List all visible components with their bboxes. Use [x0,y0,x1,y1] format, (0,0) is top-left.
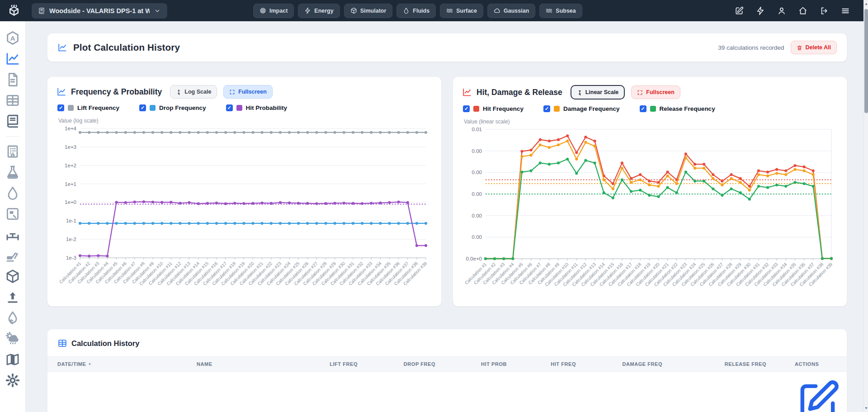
sidebar-item-map[interactable] [5,352,20,367]
home-icon[interactable] [798,6,807,15]
app-logo-icon[interactable] [7,4,22,18]
legend-item-release-frequency[interactable]: ✓Release Frequency [640,105,715,112]
sidebar-item-gear[interactable] [5,373,20,388]
checkbox-checked-icon[interactable]: ✓ [640,105,646,112]
linear-scale-button[interactable]: Linear Scale [571,85,625,99]
logout-icon[interactable] [820,6,829,15]
cell-hit-freq: 1.57E-05 [507,372,576,412]
scrollbar-thumb[interactable] [864,9,868,113]
nav-button-fluids[interactable]: Fluids [396,4,436,18]
droplet-icon [403,7,410,14]
sidebar-item-table[interactable] [5,93,20,108]
topbar-actions [735,6,856,15]
nav-button-subsea[interactable]: Subsea [539,4,582,18]
user-icon[interactable] [777,6,786,15]
charts-row: Frequency & Probability Log Scale Fullsc… [47,76,847,307]
sidebar-item-valve[interactable] [5,227,20,242]
updown-arrows-icon [176,89,182,95]
cell-actions [766,372,847,412]
page-title: Plot Calculation History [73,42,180,53]
cell-drop-freq: 7.30E-02 [358,372,435,412]
svg-text:0.0e+0: 0.0e+0 [466,256,482,261]
sidebar-item-flame[interactable] [5,310,20,326]
column-header-drop-freq: DROP FREQ [358,357,435,372]
sidebar-item-document[interactable] [5,72,20,87]
checkbox-checked-icon[interactable]: ✓ [226,104,233,111]
svg-text:0.00: 0.00 [472,213,482,218]
fullscreen-button[interactable]: Fullscreen [223,85,273,99]
module-nav: ImpactEnergySimulatorFluidsSurfaceGaussi… [253,4,582,18]
chart-legend: ✓Hit Frequency✓Damage Frequency✓Release … [463,105,838,112]
book-icon [38,7,45,14]
edit-icon[interactable] [735,6,744,15]
hit-damage-release-card: Hit, Damage & Release Linear Scale Fulls… [453,76,847,307]
sidebar-item-building[interactable] [5,144,20,159]
cell-damage-freq: 1.44E-05 [576,372,662,412]
column-header-actions: ACTIONS [766,357,847,372]
checkbox-checked-icon[interactable]: ✓ [139,104,146,111]
frequency-probability-chart: Value (log scale)1e+41e+31e+21e+11e+01e-… [57,117,432,294]
sidebar-item-line-chart[interactable] [5,51,20,66]
legend-item-drop-frequency[interactable]: ✓Drop Frequency [139,104,206,111]
sidebar-item-picture[interactable] [5,206,20,222]
line-chart-icon [57,87,66,97]
nav-button-impact[interactable]: Impact [253,4,294,18]
lightning-icon[interactable] [756,6,765,15]
fullscreen-button[interactable]: Fullscreen [631,85,680,99]
svg-text:0.00: 0.00 [472,191,482,197]
sidebar-item-droplet[interactable] [5,185,20,201]
svg-text:1e+4: 1e+4 [65,126,77,131]
nav-button-surface[interactable]: Surface [440,4,483,18]
cube-icon [350,7,357,14]
sidebar-item-hexagon-a[interactable]: A [5,30,20,46]
edit-row-button[interactable] [795,379,840,412]
cell-datetime: 2026-01-07 03:46Latest [47,372,197,412]
scroll-up-arrow-icon[interactable]: ▲ [864,2,868,6]
legend-item-lift-frequency[interactable]: ✓Lift Frequency [57,104,119,111]
checkbox-checked-icon[interactable]: ✓ [463,105,470,112]
waves-icon [446,7,453,14]
sidebar-item-excavator[interactable] [5,248,20,263]
delete-all-button[interactable]: Delete All [791,41,837,54]
svg-text:A: A [10,35,15,42]
sidebar-item-flask[interactable] [5,165,20,180]
line-chart-icon [57,43,67,52]
checkbox-checked-icon[interactable]: ✓ [543,105,550,112]
chart-title: Hit, Damage & Release [476,88,562,97]
vertical-scrollbar[interactable]: ▲ ▼ [863,0,868,412]
checkbox-checked-icon[interactable]: ✓ [57,104,64,111]
nav-button-gaussian[interactable]: Gaussian [487,4,535,18]
nav-button-energy[interactable]: Energy [298,4,340,18]
svg-text:0.00: 0.00 [472,170,482,175]
updown-arrows-icon [577,90,583,95]
sidebar-item-upload[interactable] [5,289,20,305]
legend-item-damage-frequency[interactable]: ✓Damage Frequency [543,105,620,112]
menu-icon[interactable] [841,6,850,15]
table-icon [57,338,66,348]
scroll-down-arrow-icon[interactable]: ▼ [864,406,868,410]
chevron-down-icon [154,7,161,14]
svg-text:0.00: 0.00 [472,148,482,154]
frequency-probability-card: Frequency & Probability Log Scale Fullsc… [47,76,442,307]
svg-text:Value (log scale): Value (log scale) [58,118,99,124]
nav-button-simulator[interactable]: Simulator [344,4,393,18]
legend-item-hit-frequency[interactable]: ✓Hit Frequency [463,105,524,112]
cell-release-freq: 1.14E-05 [662,372,766,412]
sidebar-item-book[interactable] [5,114,20,129]
target-icon [259,7,266,14]
sidebar-item-weather[interactable] [5,331,20,346]
project-selector[interactable]: Woodside - VALARIS DPS-1 at Woodside... [32,3,167,19]
column-header-name: NAME [197,357,305,372]
sidebar-item-cube[interactable] [5,269,20,284]
svg-text:1e-1: 1e-1 [66,218,76,223]
column-header-date-time[interactable]: DATE/TIME▼ [47,357,197,372]
fullscreen-icon [637,90,643,95]
table-row: 2026-01-07 03:46LatestCalculation #396.0… [47,372,847,412]
waves-icon [546,7,552,14]
svg-text:1e-3: 1e-3 [66,255,76,260]
svg-text:0.01: 0.01 [472,127,482,132]
legend-item-hit-probability[interactable]: ✓Hit Probability [226,104,288,111]
chart-title: Frequency & Probability [71,87,162,97]
log-scale-button[interactable]: Log Scale [170,85,217,99]
calculation-history-card: Calculation History DATE/TIME▼NAMELIFT F… [47,329,847,412]
